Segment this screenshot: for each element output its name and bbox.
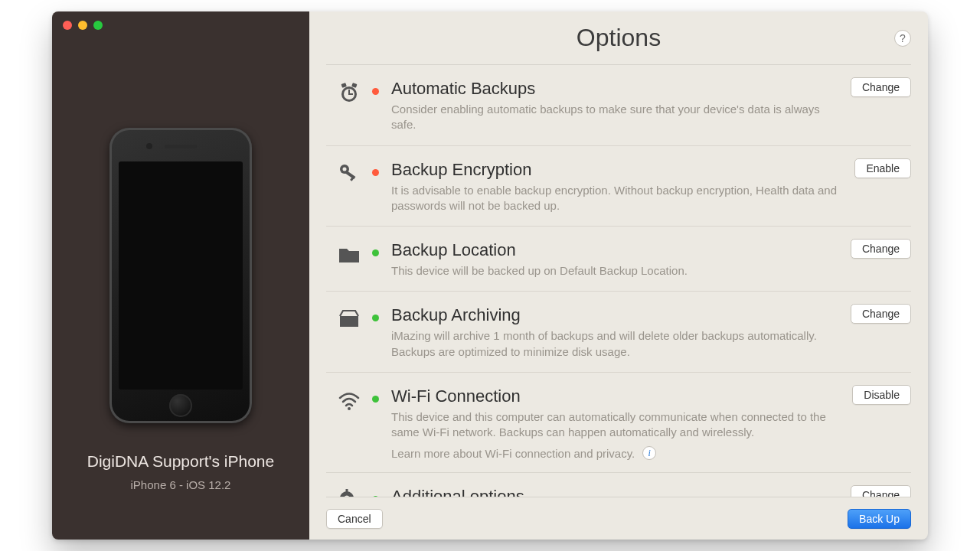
device-name-label: DigiDNA Support's iPhone — [87, 452, 274, 471]
row-title: Backup Encryption — [391, 160, 838, 180]
svg-rect-10 — [339, 253, 359, 262]
device-model-label: iPhone 6 - iOS 12.2 — [131, 478, 231, 491]
row-description: This device will be backed up on Default… — [391, 263, 838, 279]
backup-button[interactable]: Back Up — [848, 509, 911, 529]
window-controls — [63, 21, 103, 30]
key-icon — [337, 161, 361, 184]
svg-rect-12 — [346, 318, 352, 320]
info-button[interactable]: i — [642, 446, 656, 460]
help-button[interactable]: ? — [894, 30, 911, 47]
row-wifi-connection: Wi-Fi Connection This device and this co… — [326, 373, 911, 474]
change-button[interactable]: Change — [851, 239, 911, 259]
main-panel: Options ? Automatic Backups Consider ena… — [309, 11, 928, 540]
svg-rect-5 — [348, 93, 353, 95]
page-title: Options — [577, 24, 661, 52]
svg-rect-1 — [341, 83, 346, 88]
clock-icon — [337, 80, 361, 103]
row-description: It is advisable to enable backup encrypt… — [391, 183, 838, 214]
row-automatic-backups: Automatic Backups Consider enabling auto… — [326, 65, 911, 146]
status-indicator — [372, 396, 379, 403]
row-additional-options: Additional options Low battery notificat… — [326, 473, 911, 497]
status-indicator — [372, 169, 379, 176]
status-indicator — [372, 88, 379, 95]
options-list: Automatic Backups Consider enabling auto… — [326, 65, 911, 497]
row-title: Backup Location — [391, 240, 838, 260]
footer-bar: Cancel Back Up — [326, 497, 911, 540]
enable-button[interactable]: Enable — [854, 158, 911, 178]
svg-point-13 — [348, 407, 351, 410]
svg-rect-16 — [346, 489, 348, 493]
gear-icon — [337, 488, 361, 497]
svg-point-7 — [343, 167, 347, 171]
status-indicator — [372, 315, 379, 321]
cancel-button[interactable]: Cancel — [326, 509, 383, 529]
panel-header: Options ? — [326, 11, 911, 65]
row-backup-encryption: Backup Encryption It is advisable to ena… — [326, 146, 911, 227]
row-description: Consider enabling automatic backups to m… — [391, 102, 838, 133]
change-button[interactable]: Change — [851, 485, 911, 497]
row-backup-archiving: Backup Archiving iMazing will archive 1 … — [326, 292, 911, 373]
svg-rect-2 — [351, 83, 357, 88]
device-preview: DigiDNA Support's iPhone iPhone 6 - iOS … — [87, 128, 274, 491]
row-title: Backup Archiving — [391, 305, 838, 325]
fullscreen-window-button[interactable] — [93, 21, 103, 30]
device-sidebar: DigiDNA Support's iPhone iPhone 6 - iOS … — [52, 11, 309, 540]
change-button[interactable]: Change — [851, 77, 911, 97]
close-window-button[interactable] — [63, 21, 72, 30]
status-indicator — [372, 496, 379, 497]
folder-icon — [337, 242, 361, 265]
wifi-icon — [337, 388, 361, 411]
row-title: Wi-Fi Connection — [391, 386, 838, 406]
row-backup-location: Backup Location This device will be back… — [326, 227, 911, 292]
status-indicator — [372, 249, 379, 256]
learn-more-text: Learn more about Wi-Fi connection and pr… — [391, 447, 635, 460]
disable-button[interactable]: Disable — [852, 385, 911, 405]
row-title: Additional options — [391, 487, 838, 497]
minimize-window-button[interactable] — [78, 21, 87, 30]
phone-illustration — [109, 128, 252, 423]
archive-icon — [337, 307, 361, 330]
app-window: DigiDNA Support's iPhone iPhone 6 - iOS … — [52, 11, 928, 540]
change-button[interactable]: Change — [851, 304, 911, 324]
row-description: iMazing will archive 1 month of backups … — [391, 328, 838, 360]
row-title: Automatic Backups — [391, 79, 838, 99]
svg-rect-8 — [345, 171, 356, 179]
row-description: This device and this computer can automa… — [391, 409, 838, 441]
